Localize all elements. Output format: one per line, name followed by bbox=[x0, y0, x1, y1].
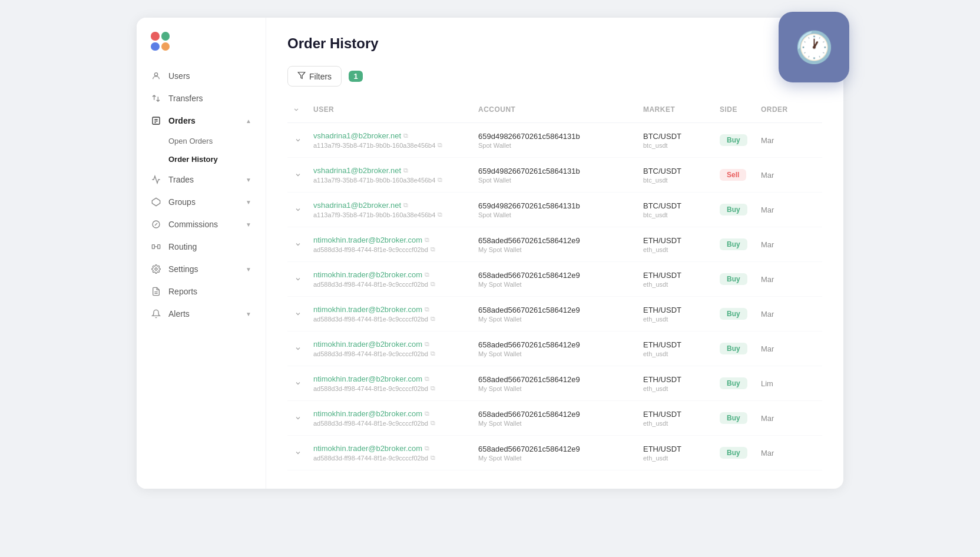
order-type-cell-9: Mar bbox=[756, 446, 803, 460]
trades-icon bbox=[151, 174, 161, 185]
sidebar-sub-open-orders[interactable]: Open Orders bbox=[137, 132, 266, 150]
sidebar-item-trades[interactable]: Trades ▼ bbox=[137, 168, 266, 191]
row-chevron-icon-8[interactable] bbox=[292, 412, 304, 424]
filters-button[interactable]: Filters bbox=[287, 66, 342, 87]
sidebar-item-users[interactable]: Users bbox=[137, 65, 266, 87]
row-chevron-icon-9[interactable] bbox=[292, 447, 304, 459]
expand-chevron-5[interactable] bbox=[287, 306, 309, 322]
copy-id-icon-7[interactable]: ⧉ bbox=[431, 384, 435, 392]
account-label-8: My Spot Wallet bbox=[478, 420, 634, 427]
sidebar-item-commissions[interactable]: Commissions ▼ bbox=[137, 213, 266, 236]
account-cell-0: 659d49826670261c5864131b Spot Wallet bbox=[474, 130, 638, 151]
side-badge-9: Buy bbox=[720, 447, 747, 459]
user-email-4[interactable]: ntimokhin.trader@b2broker.com ⧉ bbox=[313, 270, 469, 279]
copy-email-icon-0[interactable]: ⧉ bbox=[403, 132, 408, 140]
user-email-5[interactable]: ntimokhin.trader@b2broker.com ⧉ bbox=[313, 305, 469, 314]
order-type-cell-1: Mar bbox=[756, 168, 803, 182]
side-cell-5: Buy bbox=[715, 306, 756, 322]
user-id-5: ad588d3d-ff98-4744-8f1e-9c9ccccf02bd ⧉ bbox=[313, 315, 469, 323]
expand-chevron-9[interactable] bbox=[287, 445, 309, 461]
sidebar-item-transfers[interactable]: Transfers bbox=[137, 87, 266, 110]
sidebar-item-groups[interactable]: Groups ▼ bbox=[137, 191, 266, 213]
copy-id-icon-8[interactable]: ⧉ bbox=[431, 419, 435, 427]
user-cell-4: ntimokhin.trader@b2broker.com ⧉ ad588d3d… bbox=[309, 268, 474, 290]
filter-badge: 1 bbox=[349, 71, 363, 82]
sidebar-item-reports[interactable]: Reports bbox=[137, 280, 266, 303]
user-email-1[interactable]: vshadrina1@b2broker.net ⧉ bbox=[313, 166, 469, 175]
copy-email-icon-4[interactable]: ⧉ bbox=[425, 271, 429, 278]
copy-id-icon-5[interactable]: ⧉ bbox=[431, 315, 435, 323]
market-cell-4: ETH/USDT eth_usdt bbox=[638, 268, 715, 290]
copy-id-icon-6[interactable]: ⧉ bbox=[431, 350, 435, 357]
user-id-2: a113a7f9-35b8-471b-9b0b-160a38e456b4 ⧉ bbox=[313, 211, 469, 218]
copy-email-icon-9[interactable]: ⧉ bbox=[425, 445, 429, 452]
commissions-icon bbox=[151, 219, 161, 230]
expand-chevron-4[interactable] bbox=[287, 271, 309, 287]
order-row-5: ntimokhin.trader@b2broker.com ⧉ ad588d3d… bbox=[287, 297, 822, 331]
sidebar-item-transfers-label: Transfers bbox=[168, 94, 203, 103]
copy-id-icon-0[interactable]: ⧉ bbox=[438, 141, 442, 149]
expand-chevron-1[interactable] bbox=[287, 167, 309, 183]
copy-id-icon-3[interactable]: ⧉ bbox=[431, 246, 435, 253]
table-row: ntimokhin.trader@b2broker.com ⧉ ad588d3d… bbox=[287, 366, 822, 401]
row-chevron-icon-3[interactable] bbox=[292, 238, 304, 250]
user-cell-2: vshadrina1@b2broker.net ⧉ a113a7f9-35b8-… bbox=[309, 198, 474, 221]
sidebar-item-routing[interactable]: Routing bbox=[137, 236, 266, 258]
sidebar-item-alerts[interactable]: Alerts ▼ bbox=[137, 303, 266, 325]
user-email-8[interactable]: ntimokhin.trader@b2broker.com ⧉ bbox=[313, 409, 469, 418]
sidebar-sub-order-history[interactable]: Order History bbox=[137, 150, 266, 168]
user-id-9: ad588d3d-ff98-4744-8f1e-9c9ccccf02bd ⧉ bbox=[313, 454, 469, 462]
copy-id-icon-4[interactable]: ⧉ bbox=[431, 280, 435, 288]
row-chevron-icon-6[interactable] bbox=[292, 343, 304, 354]
copy-id-icon-1[interactable]: ⧉ bbox=[438, 176, 442, 184]
copy-email-icon-1[interactable]: ⧉ bbox=[403, 167, 408, 174]
user-email-6[interactable]: ntimokhin.trader@b2broker.com ⧉ bbox=[313, 340, 469, 349]
user-email-0[interactable]: vshadrina1@b2broker.net ⧉ bbox=[313, 131, 469, 140]
row-chevron-icon-1[interactable] bbox=[292, 169, 304, 181]
side-badge-5: Buy bbox=[720, 308, 747, 320]
expand-chevron-2[interactable] bbox=[287, 201, 309, 218]
sidebar-item-orders[interactable]: Orders ▲ bbox=[137, 110, 266, 132]
copy-id-icon-2[interactable]: ⧉ bbox=[438, 211, 442, 218]
user-email-2[interactable]: vshadrina1@b2broker.net ⧉ bbox=[313, 201, 469, 210]
expand-chevron-7[interactable] bbox=[287, 375, 309, 392]
user-cell-0: vshadrina1@b2broker.net ⧉ a113a7f9-35b8-… bbox=[309, 129, 474, 151]
filters-bar: Filters 1 bbox=[287, 66, 822, 87]
side-cell-4: Buy bbox=[715, 271, 756, 287]
row-chevron-icon-5[interactable] bbox=[292, 308, 304, 320]
order-row-4: ntimokhin.trader@b2broker.com ⧉ ad588d3d… bbox=[287, 262, 822, 296]
user-email-9[interactable]: ntimokhin.trader@b2broker.com ⧉ bbox=[313, 444, 469, 453]
market-sub-1: btc_usdt bbox=[643, 177, 710, 184]
order-history-label: Order History bbox=[168, 155, 218, 164]
row-chevron-icon-2[interactable] bbox=[292, 204, 304, 215]
row-chevron-icon-4[interactable] bbox=[292, 273, 304, 285]
copy-email-icon-5[interactable]: ⧉ bbox=[425, 306, 429, 313]
routing-icon bbox=[151, 241, 161, 252]
table-row: ntimokhin.trader@b2broker.com ⧉ ad588d3d… bbox=[287, 436, 822, 470]
copy-email-icon-3[interactable]: ⧉ bbox=[425, 236, 429, 244]
market-pair-3: ETH/USDT bbox=[643, 236, 710, 245]
copy-email-icon-2[interactable]: ⧉ bbox=[403, 201, 408, 209]
copy-email-icon-7[interactable]: ⧉ bbox=[425, 375, 429, 383]
groups-chevron-icon: ▼ bbox=[246, 199, 251, 205]
account-id-5: 658aded56670261c586412e9 bbox=[478, 306, 634, 314]
copy-email-icon-8[interactable]: ⧉ bbox=[425, 410, 429, 417]
copy-id-icon-9[interactable]: ⧉ bbox=[431, 454, 435, 462]
user-email-7[interactable]: ntimokhin.trader@b2broker.com ⧉ bbox=[313, 374, 469, 383]
side-cell-6: Buy bbox=[715, 340, 756, 357]
user-id-7: ad588d3d-ff98-4744-8f1e-9c9ccccf02bd ⧉ bbox=[313, 384, 469, 392]
expand-chevron-6[interactable] bbox=[287, 340, 309, 357]
order-type-cell-5: Mar bbox=[756, 307, 803, 321]
expand-chevron-8[interactable] bbox=[287, 410, 309, 426]
expand-chevron-0[interactable] bbox=[287, 132, 309, 148]
order-row-3: ntimokhin.trader@b2broker.com ⧉ ad588d3d… bbox=[287, 227, 822, 261]
sidebar-item-settings[interactable]: Settings ▼ bbox=[137, 258, 266, 280]
main-content: Order History Filters 1 User Accoun bbox=[266, 18, 843, 489]
expand-chevron-3[interactable] bbox=[287, 236, 309, 253]
svg-marker-13 bbox=[298, 72, 305, 79]
user-email-3[interactable]: ntimokhin.trader@b2broker.com ⧉ bbox=[313, 236, 469, 244]
row-chevron-icon-7[interactable] bbox=[292, 377, 304, 389]
user-id-1: a113a7f9-35b8-471b-9b0b-160a38e456b4 ⧉ bbox=[313, 176, 469, 184]
copy-email-icon-6[interactable]: ⧉ bbox=[425, 340, 429, 348]
row-chevron-icon-0[interactable] bbox=[292, 134, 304, 146]
